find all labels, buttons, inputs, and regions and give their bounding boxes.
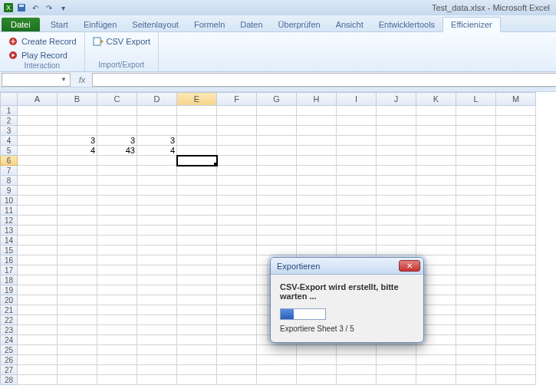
row-header[interactable]: 11 (1, 206, 18, 216)
cell[interactable] (377, 226, 416, 236)
cell[interactable] (496, 255, 536, 265)
cell[interactable] (496, 245, 536, 255)
cell[interactable] (177, 136, 217, 146)
row-header[interactable]: 12 (1, 216, 18, 226)
cell[interactable] (18, 136, 58, 146)
cell[interactable] (297, 116, 337, 126)
cell[interactable] (18, 226, 58, 236)
cell[interactable] (18, 216, 58, 226)
cell[interactable] (416, 156, 456, 166)
cell[interactable] (456, 255, 496, 265)
cell[interactable] (416, 146, 456, 156)
cell[interactable] (416, 186, 456, 196)
cell[interactable] (97, 255, 137, 265)
cell[interactable] (416, 375, 456, 385)
cell[interactable] (137, 355, 177, 365)
cell[interactable] (217, 375, 257, 385)
cell[interactable] (18, 106, 58, 116)
cell[interactable] (257, 156, 297, 166)
row-header[interactable]: 10 (1, 196, 18, 206)
cell[interactable] (97, 375, 137, 385)
cell[interactable] (297, 375, 337, 385)
cell[interactable] (337, 226, 377, 236)
cell[interactable] (97, 186, 137, 196)
cell[interactable] (416, 116, 456, 126)
cell[interactable] (97, 295, 137, 305)
cell[interactable] (496, 315, 536, 325)
cell[interactable] (18, 355, 58, 365)
cell[interactable] (18, 335, 58, 345)
cell[interactable] (416, 345, 456, 355)
cell[interactable] (58, 245, 97, 255)
cell[interactable] (297, 186, 337, 196)
cell[interactable] (137, 186, 177, 196)
cell[interactable] (217, 156, 257, 166)
cell[interactable] (297, 226, 337, 236)
cell[interactable] (177, 236, 217, 245)
cell[interactable] (217, 166, 257, 176)
cell[interactable] (416, 216, 456, 226)
name-box[interactable]: ▼ (2, 73, 71, 87)
qat-more-icon[interactable]: ▾ (57, 2, 69, 14)
cell[interactable] (297, 236, 337, 245)
cell[interactable] (97, 335, 137, 345)
cell[interactable] (217, 255, 257, 265)
cell[interactable] (177, 275, 217, 285)
cell[interactable] (456, 325, 496, 335)
cell[interactable] (217, 245, 257, 255)
cell[interactable] (97, 206, 137, 216)
cell[interactable] (456, 176, 496, 186)
row-header[interactable]: 19 (1, 285, 18, 295)
cell[interactable] (18, 375, 58, 385)
cell[interactable] (137, 345, 177, 355)
cell[interactable] (377, 166, 416, 176)
chevron-down-icon[interactable]: ▼ (61, 76, 67, 83)
cell[interactable] (217, 275, 257, 285)
cell[interactable]: 3 (58, 136, 97, 146)
cell[interactable] (456, 335, 496, 345)
column-header-J[interactable]: J (377, 93, 416, 106)
cell[interactable] (456, 315, 496, 325)
cell[interactable] (456, 295, 496, 305)
cell[interactable] (257, 146, 297, 156)
cell[interactable] (177, 335, 217, 345)
cell[interactable] (456, 146, 496, 156)
cell[interactable] (416, 136, 456, 146)
cell[interactable] (217, 295, 257, 305)
cell[interactable] (496, 265, 536, 275)
cell[interactable] (416, 236, 456, 245)
cell[interactable] (377, 126, 416, 136)
cell[interactable] (377, 196, 416, 206)
cell[interactable] (58, 186, 97, 196)
cell[interactable] (137, 166, 177, 176)
cell[interactable] (456, 275, 496, 285)
cell[interactable] (97, 176, 137, 186)
row-header[interactable]: 25 (1, 345, 18, 355)
cell[interactable] (257, 126, 297, 136)
cell[interactable] (456, 166, 496, 176)
cell[interactable] (496, 106, 536, 116)
cell[interactable] (337, 106, 377, 116)
cell[interactable] (217, 265, 257, 275)
tab-entwicklertools[interactable]: Entwicklertools (371, 18, 442, 31)
cell[interactable] (58, 365, 97, 375)
cell[interactable]: 3 (137, 136, 177, 146)
select-all-corner[interactable] (1, 93, 18, 106)
cell[interactable] (97, 126, 137, 136)
cell[interactable] (496, 216, 536, 226)
cell[interactable] (217, 216, 257, 226)
cell[interactable] (97, 166, 137, 176)
cell[interactable] (297, 166, 337, 176)
cell[interactable] (257, 245, 297, 255)
cell[interactable] (496, 186, 536, 196)
cell[interactable] (337, 365, 377, 375)
cell[interactable] (416, 245, 456, 255)
cell[interactable] (177, 216, 217, 226)
cell[interactable] (177, 196, 217, 206)
cell[interactable] (217, 345, 257, 355)
cell[interactable] (416, 355, 456, 365)
cell[interactable] (137, 335, 177, 345)
cell[interactable] (337, 186, 377, 196)
cell[interactable] (18, 305, 58, 315)
fx-icon[interactable]: fx (72, 75, 92, 84)
